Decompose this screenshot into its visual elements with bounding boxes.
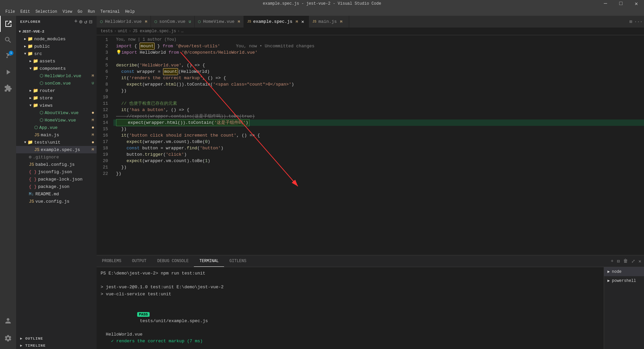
code-line-22[interactable]	[113, 177, 644, 183]
tree-helloworld-vue[interactable]: ⬡ HelloWorld.vue M	[16, 72, 97, 80]
terminal-node[interactable]: ▶ node	[604, 267, 644, 276]
menu-run[interactable]: Run	[85, 9, 98, 15]
tree-assets[interactable]: ▶ 📁 assets	[16, 57, 97, 65]
more-actions-icon[interactable]: ···	[634, 19, 643, 24]
code-line-18[interactable]: button. trigger ( 'click' )	[113, 151, 644, 158]
kill-terminal-icon[interactable]: 🗑	[623, 258, 628, 264]
add-terminal-icon[interactable]: +	[611, 258, 613, 264]
folder-icon: 📁	[28, 140, 33, 145]
breadcrumb-tests[interactable]: tests	[101, 29, 113, 34]
code-line-20[interactable]: })	[113, 164, 644, 170]
tree-aboutview-vue[interactable]: ⬡ AboutView.vue	[16, 109, 97, 116]
breadcrumb-unit[interactable]: unit	[118, 29, 127, 34]
code-line-2[interactable]: 💡 import HelloWorld from '@/components/H…	[113, 49, 644, 56]
breadcrumb-file[interactable]: JS example.spec.js	[132, 29, 176, 34]
tree-router[interactable]: ▶ 📁 router	[16, 87, 97, 94]
code-line-12[interactable]: //expect(wrapper.contains(这是子组件吗)).toBe(…	[113, 113, 644, 119]
code-line-16[interactable]: expect (wrapper.vm.count).toBe( 0 )	[113, 139, 644, 145]
tree-soncom-vue[interactable]: ⬡ sonCom.vue U	[16, 80, 97, 87]
menu-view[interactable]: View	[60, 9, 75, 15]
panel-tab-terminal[interactable]: TERMINAL	[194, 255, 224, 267]
panel-tab-problems[interactable]: PROBLEMS	[97, 255, 127, 267]
activity-run[interactable]	[0, 64, 16, 80]
code-line-4[interactable]: describe ( 'HelloWorld.vue' , () => {	[113, 62, 644, 68]
code-line-6[interactable]: it ( 'renders the correct markup' , () =…	[113, 75, 644, 81]
tree-views[interactable]: ▼ 📁 views	[16, 102, 97, 109]
terminal-output[interactable]: PS E:\demo\jest-vue-2> npm run test:unit…	[97, 267, 604, 349]
code-content[interactable]: You, now | 1 author (You) import { mount…	[113, 35, 644, 255]
tab-close-button[interactable]: ✕	[300, 19, 305, 24]
tree-homeview-vue[interactable]: ⬡ HomeView.vue M	[16, 116, 97, 124]
tree-vue-config[interactable]: JS vue.config.js	[16, 198, 97, 205]
breadcrumb-symbol[interactable]: …	[181, 29, 183, 34]
refresh-icon[interactable]: ↺	[84, 18, 88, 25]
menu-selection[interactable]: Selection	[33, 9, 60, 15]
code-line-17[interactable]: const button = wrapper. find ( 'button' …	[113, 145, 644, 151]
tree-package-lock[interactable]: { } package-lock.json	[16, 176, 97, 183]
code-line-7[interactable]: expect (wrapper. html ()).toContain( '<s…	[113, 81, 644, 88]
maximize-panel-icon[interactable]: ⤢	[631, 258, 635, 264]
collapse-all-icon[interactable]: ⊟	[89, 18, 93, 25]
tree-node-modules[interactable]: ▶ 📁 node_modules	[16, 35, 97, 43]
menu-file[interactable]: File	[3, 9, 18, 15]
tree-package-json[interactable]: { } package.json	[16, 183, 97, 190]
tree-label: components	[40, 66, 66, 71]
code-line-8[interactable]: })	[113, 88, 644, 94]
code-line-5[interactable]: const wrapper = mount (HelloWorld)	[113, 68, 644, 75]
tree-public[interactable]: ▶ 📁 public	[16, 43, 97, 50]
tree-gitignore[interactable]: ⚙ .gitignore	[16, 153, 97, 161]
tab-main-js[interactable]: JS main.js M	[309, 16, 349, 28]
tree-components[interactable]: ▼ 📁 components	[16, 65, 97, 72]
close-panel-icon[interactable]: ✕	[639, 258, 641, 264]
terminal-icon: ▶	[607, 278, 610, 283]
panel-tab-debug[interactable]: DEBUG CONSOLE	[152, 255, 194, 267]
activity-explorer[interactable]	[0, 16, 16, 32]
code-line-13[interactable]: expect(wrapper.html()).toContain('这是子组件吗…	[113, 119, 644, 126]
code-line-21[interactable]: })	[113, 170, 644, 177]
line-num-5: 5	[97, 62, 111, 68]
panel-tab-gitlens[interactable]: GITLENS	[224, 255, 252, 267]
tree-tests-unit[interactable]: ▼ 📁 tests\unit	[16, 139, 97, 146]
code-line-15[interactable]: it ( 'button click should increment the …	[113, 132, 644, 139]
tree-root[interactable]: ▼ JEST-VUE-2	[16, 28, 97, 35]
maximize-button[interactable]: □	[613, 0, 629, 7]
code-line-11[interactable]: it ( 'has a button' , () => {	[113, 107, 644, 113]
close-button[interactable]: ✕	[629, 0, 644, 7]
tree-babel-config[interactable]: JS babel.config.js	[16, 161, 97, 168]
activity-extensions[interactable]	[0, 80, 16, 96]
tree-jsconfig[interactable]: { } jsconfig.json	[16, 168, 97, 176]
menu-go[interactable]: Go	[75, 9, 85, 15]
tree-example-spec[interactable]: JS example.spec.js M	[16, 146, 97, 153]
tree-store[interactable]: ▶ 📁 store	[16, 94, 97, 102]
timeline-header[interactable]: ▶ TIMELINE	[16, 342, 97, 349]
activity-settings[interactable]	[0, 330, 16, 346]
activity-search[interactable]	[0, 32, 16, 48]
menu-terminal[interactable]: Terminal	[98, 9, 122, 15]
code-line-10[interactable]: // 也便于检查已存在的元素	[113, 100, 644, 107]
terminal-powershell[interactable]: ▶ powershell	[604, 276, 644, 285]
activity-source-control[interactable]: 1	[0, 48, 16, 64]
tree-readme[interactable]: M↓ README.md	[16, 190, 97, 198]
tab-helloworld[interactable]: ⬡ HelloWorld.vue M	[97, 16, 151, 28]
tree-src[interactable]: ▼ 📁 src	[16, 50, 97, 57]
menu-edit[interactable]: Edit	[18, 9, 33, 15]
tab-soncom[interactable]: ⬡ sonCom.vue U	[151, 16, 195, 28]
outline-header[interactable]: ▶ OUTLINE	[16, 335, 97, 342]
code-line-1[interactable]: import { mount } from '@vue/test-utils' …	[113, 43, 644, 49]
new-file-icon[interactable]: +	[74, 18, 78, 25]
code-line-3[interactable]	[113, 56, 644, 62]
minimize-button[interactable]: ─	[598, 0, 613, 7]
tab-homeview[interactable]: ⬡ HomeView.vue M	[195, 16, 244, 28]
activity-account[interactable]	[0, 313, 16, 329]
tab-example-spec[interactable]: JS example.spec.js M ✕	[244, 16, 309, 28]
code-line-14[interactable]: })	[113, 126, 644, 132]
tree-app-vue[interactable]: ⬡ App.vue	[16, 124, 97, 131]
menu-help[interactable]: Help	[122, 9, 138, 15]
panel-tab-output[interactable]: OUTPUT	[127, 255, 152, 267]
new-folder-icon[interactable]: ⊕	[79, 18, 83, 25]
code-line-19[interactable]: expect (wrapper.vm.count).toBe( 1 )	[113, 158, 644, 164]
tree-main-js[interactable]: JS main.js M	[16, 131, 97, 139]
split-editor-icon[interactable]: ⊞	[629, 19, 632, 24]
code-line-9[interactable]	[113, 94, 644, 100]
split-terminal-icon[interactable]: ⊟	[617, 258, 620, 264]
